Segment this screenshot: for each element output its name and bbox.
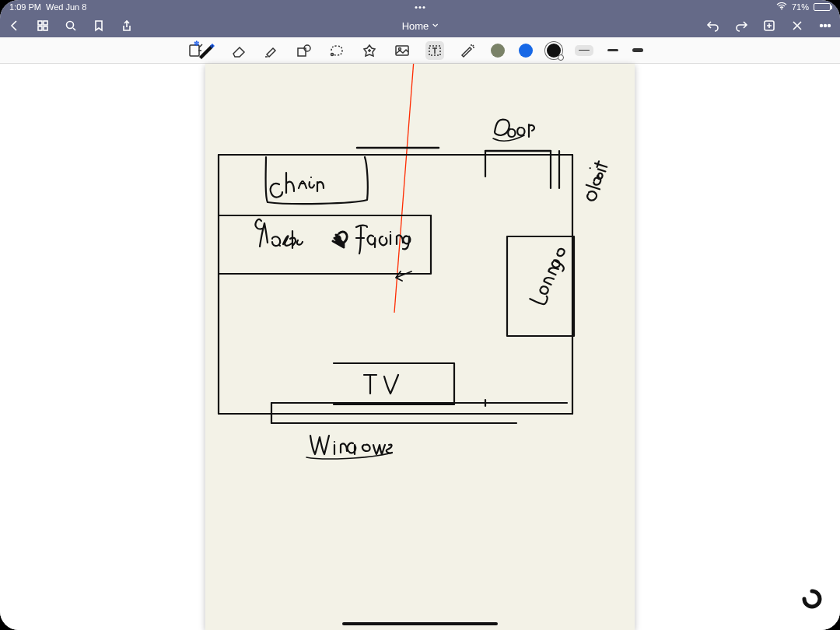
share-button[interactable]: [120, 19, 134, 33]
nav-bar: Home: [0, 14, 840, 37]
color-olive[interactable]: [491, 44, 505, 58]
status-bar: 1:09 PM Wed Jun 8 71%: [0, 0, 840, 14]
svg-point-15: [399, 47, 401, 50]
close-button[interactable]: [790, 19, 804, 33]
shape-tool[interactable]: [295, 41, 313, 60]
laser-tool[interactable]: [458, 41, 477, 60]
svg-point-9: [828, 25, 831, 27]
svg-rect-2: [44, 21, 47, 25]
svg-rect-1: [38, 21, 42, 25]
stroke-medium[interactable]: [607, 45, 618, 56]
bluetooth-icon: ✽: [194, 40, 200, 47]
back-button[interactable]: [8, 19, 22, 33]
svg-point-13: [331, 53, 334, 55]
pen-tool[interactable]: ✽: [197, 41, 215, 60]
bookmark-button[interactable]: [92, 19, 106, 33]
document-title-dropdown[interactable]: Home: [402, 20, 439, 32]
svg-point-5: [67, 22, 74, 29]
chevron-down-icon: [432, 23, 438, 29]
color-blue[interactable]: [519, 44, 533, 58]
home-indicator[interactable]: [342, 622, 498, 625]
multitask-dots[interactable]: [415, 6, 425, 9]
drawing-canvas[interactable]: [205, 64, 635, 630]
svg-point-7: [821, 25, 823, 27]
app-window: 1:09 PM Wed Jun 8 71% Home: [0, 0, 840, 630]
image-tool[interactable]: [393, 41, 411, 60]
stroke-thick[interactable]: [632, 45, 643, 56]
svg-rect-3: [38, 26, 42, 30]
stroke-thin[interactable]: [575, 45, 593, 56]
new-page-button[interactable]: [762, 19, 776, 33]
wifi-icon: [776, 2, 787, 12]
svg-point-8: [824, 25, 827, 27]
status-time: 1:09 PM: [9, 2, 41, 12]
svg-rect-4: [44, 26, 47, 30]
status-date: Wed Jun 8: [46, 2, 86, 12]
more-button[interactable]: [818, 19, 832, 33]
lasso-tool[interactable]: [327, 41, 346, 60]
document-title: Home: [402, 20, 429, 32]
eraser-tool[interactable]: [229, 41, 248, 60]
elements-tool[interactable]: [360, 41, 379, 60]
note-page[interactable]: [205, 64, 635, 630]
battery-percent: 71%: [792, 2, 809, 12]
grid-button[interactable]: [36, 19, 50, 33]
redo-button[interactable]: [734, 19, 748, 33]
svg-point-0: [781, 9, 782, 10]
workspace[interactable]: [0, 64, 840, 630]
undo-button[interactable]: [706, 19, 720, 33]
search-button[interactable]: [64, 19, 78, 33]
battery-icon: [814, 3, 831, 11]
color-black[interactable]: [547, 44, 561, 58]
scroll-corner-icon[interactable]: [801, 588, 823, 613]
text-tool[interactable]: [425, 41, 444, 60]
highlighter-tool[interactable]: [262, 41, 281, 60]
tool-bar: ✽: [0, 37, 840, 64]
